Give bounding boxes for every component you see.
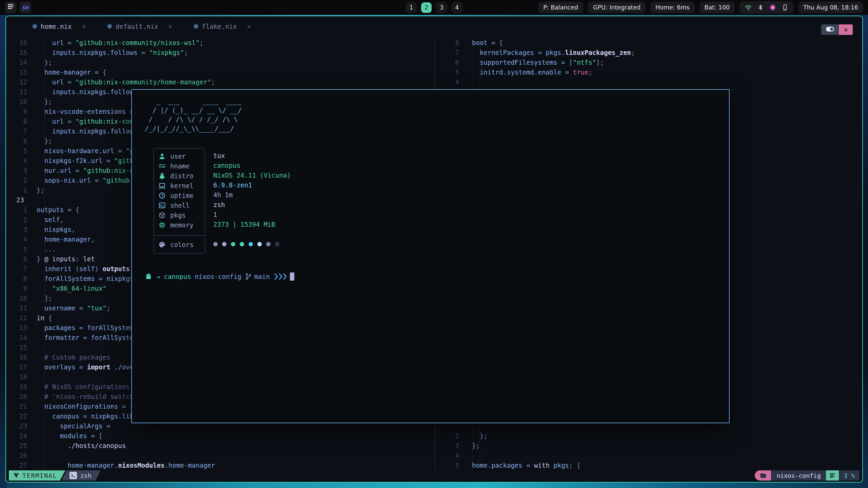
line-number: 2 xyxy=(8,215,27,225)
fetch-label: kernel xyxy=(170,182,194,189)
lines-icon xyxy=(829,472,836,479)
line-number: 5 xyxy=(8,244,27,254)
mode-indicator[interactable]: TERMINAL xyxy=(9,470,65,481)
scroll-percentage[interactable]: 3 % xyxy=(839,470,860,481)
line-number: 9 xyxy=(8,107,27,117)
shell-tab[interactable]: zsh xyxy=(61,470,101,481)
line-number: 3 xyxy=(8,225,27,235)
hue-icon[interactable] xyxy=(769,4,776,11)
workspace-button-3[interactable]: 3 xyxy=(436,2,447,13)
code-text: }; xyxy=(37,97,52,107)
phone-icon[interactable] xyxy=(782,4,788,11)
line-number: 7 xyxy=(8,126,27,136)
color-dot-5 xyxy=(257,242,262,246)
fetch-label: colors xyxy=(170,241,194,248)
fetch-row-uptime: uptime xyxy=(154,190,205,200)
code-text: }; xyxy=(472,431,488,441)
line-number: 8 xyxy=(8,274,27,284)
spacer xyxy=(213,229,291,239)
code-text: nixpkgs, xyxy=(37,225,75,235)
prompt-arrow: → xyxy=(156,273,160,280)
line-number: 9 xyxy=(8,284,27,293)
tab-default.nix[interactable]: ❄default.nix× xyxy=(107,22,172,30)
code-line: 7 kernelPackages = pkgs.linuxPackages_ze… xyxy=(6,48,862,58)
line-number: 7 xyxy=(443,48,459,58)
line-number: 4 xyxy=(8,235,27,244)
fetch-value-pkgs: 1 xyxy=(213,210,291,220)
ghost-icon xyxy=(145,273,152,280)
pin-toggle-button[interactable] xyxy=(821,24,839,35)
code-text: specialArgs = xyxy=(37,421,114,431)
code-text: in { xyxy=(37,313,52,323)
line-number: 13 xyxy=(8,323,27,333)
ascii-art-line: /_/|_/_//_\_\\____/___/ xyxy=(145,124,242,133)
line-number: 6 xyxy=(8,254,27,264)
tab-close-icon[interactable]: × xyxy=(247,23,251,30)
tab-close-icon[interactable]: × xyxy=(82,23,85,30)
distro-icon xyxy=(158,172,166,180)
workspace-button-2[interactable]: 2 xyxy=(421,2,432,13)
line-number: 6 xyxy=(8,136,27,146)
code-text: supportedFilesystems = ["ntfs"]; xyxy=(472,58,604,67)
line-number: 21 xyxy=(8,402,27,411)
fetch-row-hname: hname xyxy=(154,161,205,171)
code-line: 4 xyxy=(6,77,862,87)
git-branch-name: main xyxy=(254,273,270,280)
window-close-button[interactable]: × xyxy=(839,24,853,35)
logo-button[interactable]: $W xyxy=(20,2,31,13)
code-text: username = "tux"; xyxy=(37,303,110,313)
line-number: 8 xyxy=(443,38,459,48)
fetch-value-uptime: 4h 1m xyxy=(213,190,291,200)
line-number: 3 xyxy=(443,441,459,451)
floating-terminal-pane[interactable]: _ ___ ____ ____ / |/ (_)_ __/ __ \/ __/ … xyxy=(131,89,730,423)
code-text: } @ inputs: let xyxy=(37,254,95,264)
launcher-button[interactable] xyxy=(5,2,16,13)
status-pill-1[interactable]: GPU: Integrated xyxy=(588,2,646,13)
line-number: 5 xyxy=(443,67,459,77)
color-dot-6 xyxy=(266,242,271,246)
termglyph-icon xyxy=(71,473,76,478)
ascii-art-line: _ ___ ____ ____ xyxy=(145,97,242,106)
line-number: 17 xyxy=(8,362,27,372)
user-icon xyxy=(158,152,166,160)
terminal-prompt[interactable]: → canopus nixos-config main xyxy=(145,271,294,281)
line-number: 19 xyxy=(8,382,27,392)
clock[interactable]: Thu Aug 08, 18:16 xyxy=(798,2,863,13)
code-text: outputs = { xyxy=(37,205,79,215)
workspace-button-4[interactable]: 4 xyxy=(452,2,462,13)
status-pills: P: BalancedGPU: IntegratedHome: 6msBat: … xyxy=(538,2,735,13)
status-pill-3[interactable]: Bat: 100 xyxy=(699,2,735,13)
line-number: 8 xyxy=(8,117,27,126)
tab-label: home.nix xyxy=(41,23,72,30)
snowflake-icon: ❄ xyxy=(32,22,38,30)
hname-icon xyxy=(158,162,166,170)
line-number: 11 xyxy=(8,87,27,97)
tab-home.nix[interactable]: ❄home.nix× xyxy=(32,22,86,30)
working-directory[interactable]: nixos-config xyxy=(771,470,826,481)
mode-label: TERMINAL xyxy=(22,472,57,479)
fetch-value-hname: canopus xyxy=(213,161,291,170)
shell-icon xyxy=(158,202,166,209)
wifi-icon[interactable] xyxy=(745,4,752,11)
code-line: 5home.packages = with pkgs; [ xyxy=(6,461,862,470)
workspace-button-1[interactable]: 1 xyxy=(406,2,416,13)
code-text: nixosConfigurations = { xyxy=(37,402,134,411)
code-text: }; xyxy=(37,136,52,146)
color-dot-7 xyxy=(275,242,279,246)
status-pill-2[interactable]: Home: 6ms xyxy=(650,2,694,13)
fetch-value-distro: NixOS 24.11 (Vicuna) xyxy=(213,170,291,180)
code-text: # Custom packages xyxy=(37,352,110,362)
scroll-indicator-icon-badge[interactable] xyxy=(826,470,839,481)
code-line: 6 supportedFilesystems = ["ntfs"]; xyxy=(6,58,862,67)
status-pill-0[interactable]: P: Balanced xyxy=(538,2,583,13)
fetch-value-shell: zsh xyxy=(213,200,291,210)
code-text: "x86_64-linux" xyxy=(37,284,106,293)
fetch-divider xyxy=(154,235,205,236)
code-text: inherit (self) outputs; xyxy=(37,264,134,274)
system-tray xyxy=(739,1,793,14)
code-text: ... xyxy=(37,244,56,254)
folder-badge[interactable] xyxy=(755,470,771,481)
tab-close-icon[interactable]: × xyxy=(168,23,172,30)
tab-flake.nix[interactable]: ❄flake.nix× xyxy=(193,22,251,30)
bluetooth-icon[interactable] xyxy=(757,4,764,11)
